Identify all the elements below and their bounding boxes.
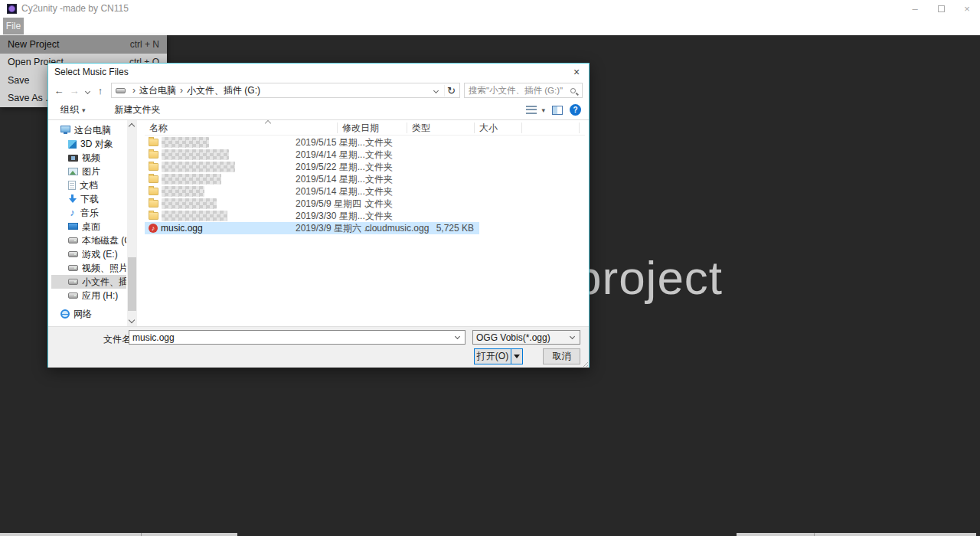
column-header-date[interactable]: 修改日期 (338, 123, 407, 133)
view-caret-icon[interactable]: ▾ (541, 106, 545, 114)
file-row-folder-7[interactable]: 2019/3/30 星期... 文件夹 (145, 210, 479, 222)
file-name-cell (145, 162, 296, 172)
minimize-icon: – (912, 3, 917, 15)
command-toolbar: 组织 ▾ 新建文件夹 ▾ ? (48, 100, 589, 120)
sidebar-item-downloads[interactable]: 下载 (51, 192, 126, 206)
file-size-cell: 5,725 KB (433, 223, 476, 234)
file-row-folder-3[interactable]: 2019/5/22 星期... 文件夹 (145, 161, 479, 173)
sidebar-item-drive-f[interactable]: 视频、照片 (F:) (51, 261, 126, 275)
caret-down-icon: ▾ (82, 106, 86, 114)
sidebar-item-label: 视频 (82, 152, 100, 165)
sidebar-item-documents[interactable]: 文档 (51, 178, 126, 192)
history-dropdown-button[interactable] (82, 85, 93, 96)
view-list-icon[interactable] (526, 106, 537, 114)
sidebar-item-label: 桌面 (82, 221, 100, 234)
sidebar-item-network[interactable]: 网络 (51, 307, 126, 321)
minimize-button[interactable]: – (902, 0, 928, 17)
breadcrumb-this-pc[interactable]: 这台电脑 (139, 84, 176, 97)
preview-pane-icon[interactable] (552, 106, 563, 115)
chevron-down-icon (570, 334, 575, 339)
video-icon (68, 155, 78, 162)
sidebar-item-label: 文档 (80, 179, 98, 192)
column-header-type[interactable]: 类型 (407, 123, 475, 133)
sidebar-item-label: 网络 (74, 308, 92, 321)
close-icon: × (573, 66, 580, 78)
censored-folder-name (162, 162, 235, 172)
filetype-dropdown[interactable]: OGG Vobis(*.ogg) (472, 330, 580, 345)
refresh-button[interactable]: ↻ (444, 85, 458, 96)
sidebar-item-label: 视频、照片 (F:) (82, 262, 126, 275)
dialog-titlebar: Select Music Files × (48, 64, 589, 80)
file-row-folder-2[interactable]: 2019/4/14 星期... 文件夹 (145, 149, 479, 161)
forward-button[interactable]: → (67, 85, 82, 96)
search-input[interactable]: 搜索"小文件、插件 (G:)" (464, 83, 583, 98)
drive-icon (68, 293, 78, 299)
filename-input[interactable]: music.ogg (129, 330, 466, 345)
up-button[interactable]: ↑ (93, 85, 108, 96)
close-button[interactable]: × (954, 0, 980, 17)
file-name-cell (145, 186, 296, 197)
file-list: 名称 修改日期 类型 大小 2019/5/15 星期... 文件夹 2019/4… (145, 120, 585, 326)
cancel-button[interactable]: 取消 (543, 348, 580, 364)
organize-button[interactable]: 组织 ▾ (60, 103, 86, 116)
sidebar-item-drive-g[interactable]: 小文件、插件 (G:) (51, 275, 126, 289)
taskbar-divider (141, 533, 142, 536)
caret-down-icon (514, 355, 520, 358)
open-split-dropdown[interactable] (511, 349, 522, 364)
navigation-sidebar: 这台电脑 3D 对象 视频 图片 文档 下载 ♪音乐 桌面 本地磁盘 (C:) … (51, 123, 126, 322)
file-row-folder-6[interactable]: 2019/5/9 星期四 ... 文件夹 (145, 198, 479, 210)
open-button[interactable]: 打开(O) (474, 348, 523, 364)
column-header-name[interactable]: 名称 (145, 123, 338, 133)
scrollbar-thumb[interactable] (128, 257, 136, 311)
file-row-folder-4[interactable]: 2019/5/14 星期... 文件夹 (145, 173, 479, 185)
sidebar-item-drive-c[interactable]: 本地磁盘 (C:) (51, 234, 126, 247)
back-button[interactable]: ← (51, 85, 67, 96)
scroll-up-icon[interactable] (129, 123, 135, 129)
taskbar-sliver-right (737, 533, 976, 536)
file-row-folder-1[interactable]: 2019/5/15 星期... 文件夹 (145, 136, 479, 149)
sidebar-item-desktop[interactable]: 桌面 (51, 220, 126, 234)
folder-icon (149, 151, 158, 159)
column-header-size[interactable]: 大小 (475, 123, 522, 133)
sidebar-item-drive-h[interactable]: 应用 (H:) (51, 289, 126, 302)
dialog-close-button[interactable]: × (564, 64, 589, 80)
file-menu-tab[interactable]: File (3, 18, 24, 34)
sidebar-item-label: 这台电脑 (74, 124, 111, 137)
desktop-icon (68, 223, 78, 230)
resize-grip[interactable] (581, 360, 588, 367)
help-icon[interactable]: ? (570, 104, 581, 116)
maximize-button[interactable] (928, 0, 954, 17)
window-controls: – × (902, 0, 980, 17)
scroll-down-icon[interactable] (129, 317, 135, 323)
column-header-extra (522, 123, 580, 133)
file-row-music-ogg[interactable]: ♪music.ogg 2019/3/9 星期六 ... cloudmusic.o… (145, 222, 479, 234)
censored-folder-name (162, 198, 217, 209)
sidebar-item-pictures[interactable]: 图片 (51, 165, 126, 178)
censored-folder-name (162, 149, 229, 160)
sidebar-item-videos[interactable]: 视频 (51, 151, 126, 165)
taskbar-sliver-left (0, 533, 237, 536)
file-row-folder-5[interactable]: 2019/5/14 星期... 文件夹 (145, 185, 479, 198)
sidebar-scrollbar[interactable] (127, 120, 137, 326)
sidebar-item-label: 本地磁盘 (C:) (82, 234, 126, 247)
sidebar-item-3d-objects[interactable]: 3D 对象 (51, 137, 126, 151)
menu-item-shortcut: ctrl + N (130, 39, 159, 50)
address-bar-row: ← → ↑ › 这台电脑 › 小文件、插件 (G:) ↻ 搜索"小文件、插件 (… (48, 80, 589, 100)
new-folder-button[interactable]: 新建文件夹 (115, 103, 161, 116)
sidebar-item-music[interactable]: ♪音乐 (51, 206, 126, 220)
menu-item-new-project[interactable]: New Project ctrl + N (0, 35, 167, 54)
chevron-down-icon (84, 89, 90, 94)
address-dropdown-icon[interactable] (433, 87, 439, 93)
sidebar-item-drive-e[interactable]: 游戏 (E:) (51, 247, 126, 261)
app-icon (7, 4, 17, 14)
new-folder-label: 新建文件夹 (115, 103, 161, 116)
folder-icon (149, 188, 158, 195)
sidebar-item-this-pc[interactable]: 这台电脑 (51, 123, 126, 137)
cancel-button-label: 取消 (553, 350, 571, 363)
file-date-cell: 2019/5/14 星期... (296, 173, 365, 186)
music-icon: ♪ (68, 208, 77, 217)
file-name-cell: ♪music.ogg (145, 223, 296, 234)
censored-folder-name (162, 137, 209, 148)
breadcrumb-drive-g[interactable]: 小文件、插件 (G:) (187, 84, 260, 97)
address-breadcrumb[interactable]: › 这台电脑 › 小文件、插件 (G:) ↻ (111, 83, 460, 98)
